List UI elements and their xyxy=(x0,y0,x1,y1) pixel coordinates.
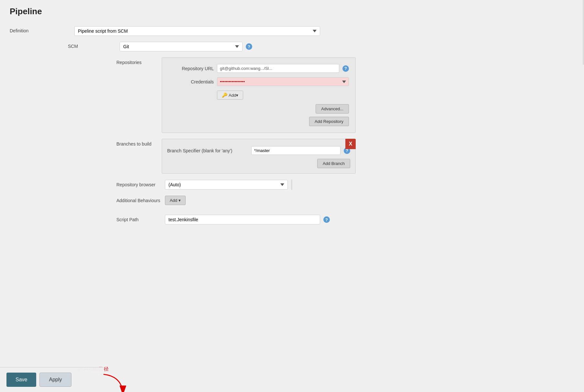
bottom-bar: Save Apply xyxy=(0,367,103,392)
branches-row: Branches to build X Branch Specifier (bl… xyxy=(116,139,574,174)
scm-control: Git None Subversion ? xyxy=(120,42,574,51)
branches-box: X Branch Specifier (blank for 'any') ? A… xyxy=(162,139,356,174)
add-repository-button[interactable]: Add Repository xyxy=(309,117,349,126)
add-credentials-label: Add▾ xyxy=(229,93,238,98)
repositories-row: Repositories Repository URL ? Credential… xyxy=(116,57,574,133)
script-path-input[interactable] xyxy=(165,215,320,224)
page-container: Pipeline Definition Pipeline script from… xyxy=(0,0,584,392)
definition-select[interactable]: Pipeline script from SCM Pipeline script xyxy=(74,26,320,36)
branch-specifier-row: Branch Specifier (blank for 'any') ? xyxy=(167,146,350,155)
branches-label: Branches to build xyxy=(116,139,162,147)
repo-url-help-icon[interactable]: ? xyxy=(342,65,349,72)
page-title: Pipeline xyxy=(10,6,574,16)
definition-label: Definition xyxy=(10,26,74,33)
key-icon: 🔑 xyxy=(222,93,227,98)
save-button[interactable]: Save xyxy=(6,373,36,387)
add-behaviour-button[interactable]: Add ▾ xyxy=(165,196,186,205)
add-branch-button[interactable]: Add Branch xyxy=(317,159,350,168)
script-path-row: Script Path ? xyxy=(116,215,574,224)
additional-behaviours-label: Additional Behaviours xyxy=(116,198,162,203)
add-branch-wrap: Add Branch xyxy=(167,159,350,168)
scm-label: SCM xyxy=(68,42,120,49)
additional-behaviours-row: Additional Behaviours Add ▾ xyxy=(116,196,574,205)
remove-branch-button[interactable]: X xyxy=(345,139,356,149)
definition-row: Definition Pipeline script from SCM Pipe… xyxy=(10,26,574,36)
repositories-actions: Advanced... Add Repository xyxy=(168,104,349,126)
add-behaviour-label: Add xyxy=(170,198,177,203)
script-path-label: Script Path xyxy=(116,217,162,222)
add-behaviour-arrow: ▾ xyxy=(178,198,181,203)
add-button-row: 🔑 Add▾ xyxy=(168,91,349,100)
definition-control: Pipeline script from SCM Pipeline script xyxy=(74,26,320,36)
credentials-select[interactable]: ••••••••••••••••• xyxy=(217,77,349,86)
credentials-label: Credentials xyxy=(168,79,214,84)
repo-url-row: Repository URL ? xyxy=(168,64,349,73)
repo-url-input[interactable] xyxy=(217,64,339,73)
credentials-row: Credentials ••••••••••••••••• xyxy=(168,77,349,86)
repo-browser-bar xyxy=(291,180,292,190)
advanced-button[interactable]: Advanced... xyxy=(316,104,349,114)
repo-browser-row: Repository browser (Auto) xyxy=(116,180,574,190)
vertical-bar xyxy=(583,0,584,65)
repo-url-label: Repository URL xyxy=(168,66,214,71)
repositories-box: Repository URL ? Credentials •••••••••••… xyxy=(162,57,356,133)
apply-button[interactable]: Apply xyxy=(39,373,71,387)
repositories-label: Repositories xyxy=(116,57,162,65)
scm-help-icon[interactable]: ? xyxy=(246,43,252,50)
branch-specifier-input[interactable] xyxy=(251,146,341,155)
branch-specifier-label: Branch Specifier (blank for 'any') xyxy=(167,148,248,153)
add-credentials-button[interactable]: 🔑 Add▾ xyxy=(217,91,243,100)
repo-browser-label: Repository browser xyxy=(116,182,162,187)
repo-browser-select[interactable]: (Auto) xyxy=(165,180,288,190)
scm-row: SCM Git None Subversion ? xyxy=(68,42,574,51)
scm-select[interactable]: Git None Subversion xyxy=(120,42,243,51)
script-path-help-icon[interactable]: ? xyxy=(323,216,330,223)
